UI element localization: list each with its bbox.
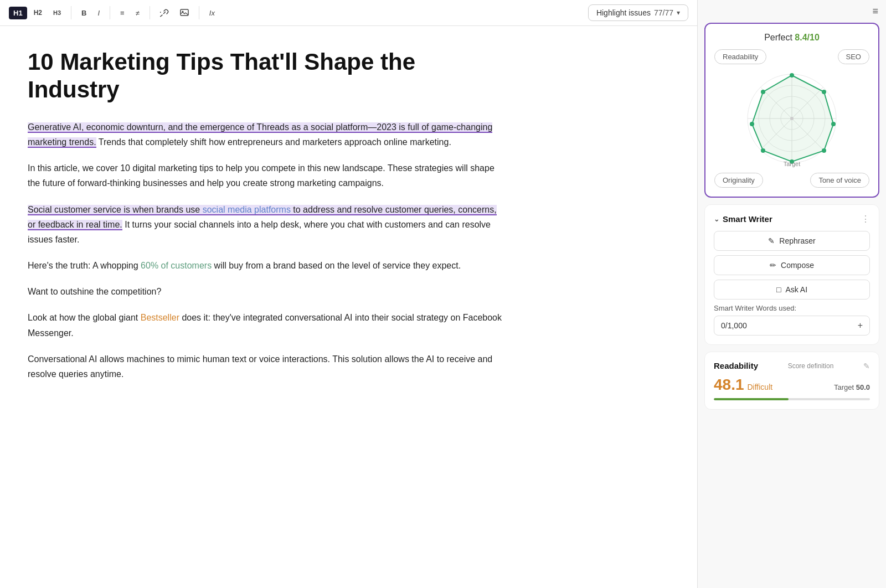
highlight-label: Highlight issues [596,8,651,17]
paragraph-3: Social customer service is when brands u… [28,202,504,247]
rephraser-label: Rephraser [779,236,815,245]
insert-group [156,6,193,19]
editor-container: H1 H2 H3 B I ≡ ≠ [0,0,698,588]
toolbar: H1 H2 H3 B I ≡ ≠ [0,0,697,26]
panel-top-bar: ≡ [698,0,886,23]
clear-format-button[interactable]: Ix [205,7,219,19]
readability-section: Readability Score definition ✎ 48.1 Diff… [704,352,879,410]
edit-icon[interactable]: ✎ [863,362,870,370]
ask-ai-button[interactable]: □ Ask AI [714,280,870,300]
paragraph-2: In this article, we cover 10 digital mar… [28,161,504,190]
score-label-prefix: Perfect [764,33,792,42]
list-group: ≡ ≠ [116,7,144,19]
paragraph-6: Look at how the global giant Bestseller … [28,310,504,340]
svg-point-14 [750,122,754,126]
readability-score-row: 48.1 Difficult Target 50.0 [714,376,870,394]
image-icon [180,8,189,17]
readability-score-value: 48.1 [714,376,744,394]
tab-seo[interactable]: SEO [838,49,869,64]
divider-1 [71,6,71,19]
words-used-label: Smart Writer Words used: [714,304,870,312]
h3-button[interactable]: H3 [49,7,65,18]
text-continuation-1: Trends that completely shift how entrepr… [99,137,451,147]
ask-ai-icon: □ [776,285,781,294]
tab-readability[interactable]: Readability [714,49,766,64]
customers-link[interactable]: 60% of customers [141,261,212,270]
paragraph-7: Conversational AI allows machines to mim… [28,352,504,381]
h2-button[interactable]: H2 [29,7,47,19]
readability-header: Readability Score definition ✎ [714,361,870,370]
bestseller-link[interactable]: Bestseller [141,313,179,322]
svg-rect-0 [181,9,188,16]
radar-svg [742,69,842,168]
article-title: 10 Marketing Tips That'll Shape the Indu… [28,48,504,104]
smart-writer-chevron-icon: ⌄ [714,215,719,223]
readability-level: Difficult [748,383,773,391]
rephraser-icon: ✎ [768,236,775,245]
smart-writer-label: Smart Writer [723,214,772,224]
link-icon [160,8,169,17]
ask-ai-label: Ask AI [785,285,807,294]
score-value: 8.4/10 [795,33,820,42]
smart-writer-header: ⌄ Smart Writer ⋮ [714,214,870,224]
social-media-link[interactable]: social media platforms [203,205,291,214]
smart-writer-info-icon[interactable]: ⋮ [861,214,870,224]
highlight-count: 77/77 [654,8,673,17]
svg-point-11 [790,73,794,78]
radar-chart-container: Target [714,69,869,168]
add-words-button[interactable]: + [858,321,863,331]
svg-point-15 [822,90,826,94]
svg-point-16 [822,148,826,153]
svg-point-17 [761,148,765,153]
paragraph-5: Want to outshine the competition? [28,284,504,299]
words-counter: 0/1,000 + [714,316,870,336]
divider-4 [199,6,199,19]
tab-originality[interactable]: Originality [714,173,763,188]
unordered-list-button[interactable]: ≠ [131,7,144,19]
score-title: Perfect 8.4/10 [714,33,869,43]
compose-label: Compose [781,261,814,270]
score-card: Perfect 8.4/10 Readability SEO [704,23,879,198]
heading-group: H1 H2 H3 [9,7,65,19]
compose-icon: ✏ [770,261,776,270]
paragraph-4: Here's the truth: A whopping 60% of cust… [28,258,504,273]
chevron-down-icon: ▾ [677,9,680,17]
svg-point-12 [831,122,836,126]
menu-icon[interactable]: ≡ [872,6,878,17]
readability-progress-bar [714,398,870,400]
bold-button[interactable]: B [77,7,91,19]
score-bottom-tabs: Originality Tone of voice [714,173,869,188]
link-button[interactable] [156,6,173,19]
compose-button[interactable]: ✏ Compose [714,255,870,275]
divider-3 [150,6,150,19]
words-count-value: 0/1,000 [721,321,747,330]
target-word: Target [834,383,854,391]
format-group: B I [77,7,104,19]
h1-button[interactable]: H1 [9,7,27,19]
right-panel: ≡ Perfect 8.4/10 Readability SEO [698,0,886,588]
image-button[interactable] [176,6,193,19]
score-number: 8.4 [795,33,807,42]
smart-writer-title: ⌄ Smart Writer [714,214,772,224]
progress-fill [714,398,789,400]
score-suffix: /10 [807,33,820,42]
ordered-list-button[interactable]: ≡ [116,7,129,19]
divider-2 [110,6,110,19]
score-top-tabs: Readability SEO [714,49,869,64]
readability-target: Target 50.0 [834,383,870,391]
rephraser-button[interactable]: ✎ Rephraser [714,231,870,251]
svg-point-18 [761,90,765,94]
score-definition-link[interactable]: Score definition [788,362,834,370]
target-label: Target [784,161,801,167]
readability-title: Readability [714,361,758,370]
paragraph-1: Generative AI, economic downturn, and th… [28,120,504,149]
highlight-issues-button[interactable]: Highlight issues 77/77 ▾ [588,4,688,21]
svg-point-19 [790,117,794,120]
italic-button[interactable]: I [93,7,104,19]
editor-content[interactable]: 10 Marketing Tips That'll Shape the Indu… [0,26,532,588]
smart-writer-section: ⌄ Smart Writer ⋮ ✎ Rephraser ✏ Compose □… [704,204,879,345]
target-value: 50.0 [856,383,870,391]
tab-tone-of-voice[interactable]: Tone of voice [810,173,869,188]
